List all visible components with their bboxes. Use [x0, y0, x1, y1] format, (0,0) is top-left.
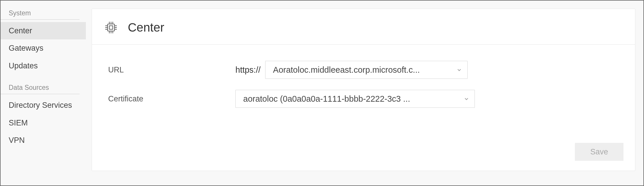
sidebar-item-updates[interactable]: Updates — [1, 57, 86, 74]
svg-rect-1 — [109, 26, 113, 29]
sidebar-item-gateways[interactable]: Gateways — [1, 39, 86, 57]
sidebar-item-directory-services[interactable]: Directory Services — [1, 96, 86, 114]
page-title: Center — [128, 21, 164, 34]
url-select[interactable]: Aoratoloc.middleeast.corp.microsoft.c... — [265, 61, 468, 79]
chip-icon — [104, 20, 119, 35]
certificate-select[interactable]: aoratoloc (0a0a0a0a-1111-bbbb-2222-3c3 .… — [235, 90, 475, 108]
sidebar-section-data-sources: Data Sources — [1, 81, 80, 94]
main-content: Center URL https:// Aoratoloc.middleeast… — [86, 1, 643, 185]
center-panel: Center URL https:// Aoratoloc.middleeast… — [92, 9, 635, 171]
form-row-certificate: Certificate aoratoloc (0a0a0a0a-1111-bbb… — [108, 90, 619, 108]
url-control: https:// Aoratoloc.middleeast.corp.micro… — [235, 61, 468, 79]
save-button[interactable]: Save — [575, 143, 623, 161]
url-label: URL — [108, 65, 235, 74]
url-select-value: Aoratoloc.middleeast.corp.microsoft.c... — [273, 65, 420, 75]
form-row-url: URL https:// Aoratoloc.middleeast.corp.m… — [108, 61, 619, 79]
sidebar-item-vpn[interactable]: VPN — [1, 132, 86, 149]
sidebar-item-siem[interactable]: SIEM — [1, 114, 86, 132]
certificate-label: Certificate — [108, 94, 235, 103]
sidebar-item-center[interactable]: Center — [1, 22, 86, 39]
certificate-control: aoratoloc (0a0a0a0a-1111-bbbb-2222-3c3 .… — [235, 90, 475, 108]
sidebar: System Center Gateways Updates Data Sour… — [1, 1, 86, 185]
chevron-down-icon — [456, 65, 462, 75]
certificate-select-value: aoratoloc (0a0a0a0a-1111-bbbb-2222-3c3 .… — [243, 94, 410, 104]
panel-body: URL https:// Aoratoloc.middleeast.corp.m… — [92, 45, 635, 171]
chevron-down-icon — [464, 94, 469, 104]
svg-rect-0 — [108, 24, 115, 31]
url-prefix: https:// — [235, 65, 261, 75]
sidebar-section-system: System — [1, 6, 80, 20]
panel-header: Center — [92, 9, 635, 45]
